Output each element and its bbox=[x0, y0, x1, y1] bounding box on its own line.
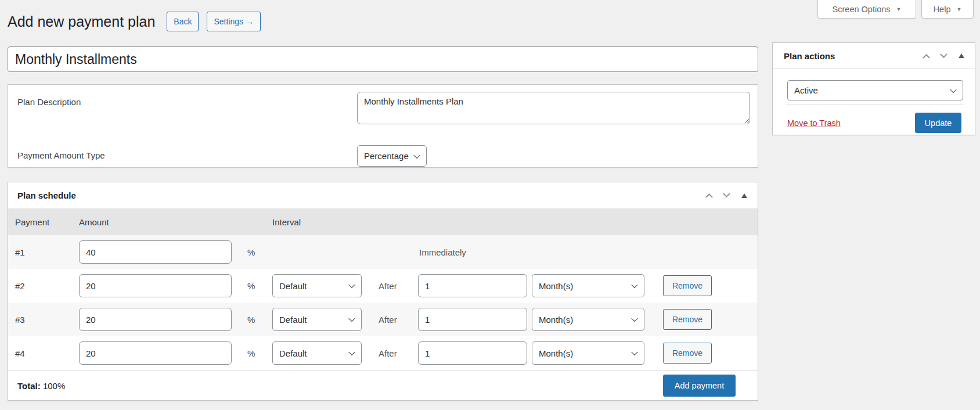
amount-input[interactable] bbox=[79, 308, 232, 331]
interval-unit-value: Month(s) bbox=[539, 348, 573, 358]
plan-actions-body: Active bbox=[773, 69, 975, 100]
percent-sign: % bbox=[247, 315, 272, 325]
add-payment-button[interactable]: Add payment bbox=[663, 375, 736, 397]
schedule-table-header: Payment Amount Interval bbox=[8, 209, 758, 235]
interval-unit-select[interactable]: Month(s) bbox=[532, 341, 644, 365]
table-row: #1 % Immediately bbox=[8, 235, 758, 269]
amount-input[interactable] bbox=[79, 240, 232, 264]
admin-page: Screen Options ▼ Help ▼ Add new payment … bbox=[0, 0, 980, 410]
move-down-icon[interactable] bbox=[940, 51, 947, 58]
payment-number: #1 bbox=[8, 247, 79, 257]
plan-schedule-header: Plan schedule bbox=[8, 182, 758, 209]
remove-button[interactable]: Remove bbox=[663, 309, 712, 330]
plan-schedule-panel: Plan schedule Payment Amount Interval #1… bbox=[8, 182, 758, 401]
payment-number: #4 bbox=[8, 348, 79, 358]
plan-actions-title: Plan actions bbox=[784, 51, 835, 61]
total-value: 100% bbox=[43, 381, 65, 391]
interval-unit-select[interactable]: Month(s) bbox=[532, 308, 644, 331]
move-up-icon[interactable] bbox=[705, 193, 713, 201]
interval-type-value: Default bbox=[279, 348, 307, 358]
column-header-interval: Interval bbox=[272, 217, 301, 227]
back-button[interactable]: Back bbox=[167, 12, 199, 31]
caret-down-icon: ▼ bbox=[896, 6, 902, 12]
chevron-down-icon bbox=[413, 152, 420, 158]
plan-details-panel: Plan Description Monthly Installments Pl… bbox=[8, 84, 758, 168]
payment-number: #2 bbox=[8, 281, 79, 291]
amount-type-select[interactable]: Percentage bbox=[357, 145, 427, 167]
move-to-trash-link[interactable]: Move to Trash bbox=[787, 118, 841, 128]
move-up-icon[interactable] bbox=[923, 53, 930, 61]
description-row: Plan Description Monthly Installments Pl… bbox=[8, 92, 758, 127]
interval-type-select[interactable]: Default bbox=[272, 308, 362, 331]
table-row: #2 % Default After Month(s) Remove bbox=[8, 269, 758, 303]
description-field-wrap: Monthly Installments Plan bbox=[357, 92, 750, 127]
interval-type-select[interactable]: Default bbox=[272, 341, 362, 365]
screen-options-label: Screen Options bbox=[833, 5, 891, 14]
chevron-down-icon bbox=[348, 282, 355, 288]
settings-button[interactable]: Settings → bbox=[207, 12, 260, 31]
table-row: #4 % Default After Month(s) Remove bbox=[8, 336, 758, 370]
after-amount-input[interactable] bbox=[418, 308, 527, 331]
percent-sign: % bbox=[247, 348, 272, 358]
panel-handle-actions bbox=[924, 53, 967, 59]
collapse-toggle-icon[interactable] bbox=[741, 193, 747, 198]
help-tab[interactable]: Help ▼ bbox=[921, 0, 974, 19]
interval-immediately: Immediately bbox=[272, 247, 466, 257]
column-header-payment: Payment bbox=[8, 217, 79, 227]
panel-handle-actions bbox=[707, 193, 750, 198]
percent-sign: % bbox=[247, 247, 272, 257]
after-label: After bbox=[379, 315, 418, 325]
status-value: Active bbox=[794, 85, 818, 95]
interval-type-value: Default bbox=[279, 315, 307, 325]
after-label: After bbox=[379, 348, 418, 358]
screen-options-tab[interactable]: Screen Options ▼ bbox=[817, 0, 916, 19]
after-amount-input[interactable] bbox=[418, 274, 527, 297]
collapse-toggle-icon[interactable] bbox=[959, 53, 964, 58]
after-label: After bbox=[379, 281, 418, 291]
interval-unit-value: Month(s) bbox=[539, 315, 573, 325]
plan-actions-panel: Plan actions Active Move to Trash Update bbox=[772, 42, 975, 135]
interval-unit-value: Month(s) bbox=[539, 281, 573, 291]
amount-type-value: Percentage bbox=[364, 151, 409, 161]
amount-type-label: Payment Amount Type bbox=[8, 145, 357, 167]
percent-sign: % bbox=[247, 281, 272, 291]
publishing-actions: Move to Trash Update bbox=[773, 105, 975, 133]
description-label: Plan Description bbox=[8, 92, 357, 127]
caret-down-icon: ▼ bbox=[956, 6, 961, 12]
chevron-down-icon bbox=[631, 315, 637, 322]
chevron-down-icon bbox=[631, 349, 637, 355]
amount-input[interactable] bbox=[79, 274, 232, 297]
update-button[interactable]: Update bbox=[915, 113, 961, 133]
chevron-down-icon bbox=[348, 315, 355, 322]
screen-meta-links: Screen Options ▼ Help ▼ bbox=[817, 0, 974, 19]
table-row: #3 % Default After Month(s) Remove bbox=[8, 303, 758, 336]
amount-input[interactable] bbox=[79, 341, 232, 365]
remove-button[interactable]: Remove bbox=[663, 343, 712, 364]
column-header-amount: Amount bbox=[79, 217, 272, 227]
interval-unit-select[interactable]: Month(s) bbox=[532, 274, 644, 297]
description-textarea[interactable]: Monthly Installments Plan bbox=[357, 92, 750, 124]
page-title: Add new payment plan bbox=[8, 12, 155, 31]
status-select[interactable]: Active bbox=[787, 80, 963, 100]
total-text: Total: 100% bbox=[17, 381, 65, 391]
move-down-icon[interactable] bbox=[723, 190, 730, 197]
schedule-table-footer: Total: 100% Add payment bbox=[8, 370, 758, 401]
after-amount-input[interactable] bbox=[418, 341, 527, 365]
plan-title-input[interactable] bbox=[8, 46, 758, 72]
chevron-down-icon bbox=[950, 86, 956, 92]
chevron-down-icon bbox=[631, 282, 637, 288]
remove-button[interactable]: Remove bbox=[663, 275, 712, 296]
amount-type-row: Payment Amount Type Percentage bbox=[8, 145, 758, 167]
interval-type-value: Default bbox=[279, 281, 307, 291]
help-label: Help bbox=[934, 5, 951, 14]
total-label: Total: bbox=[17, 381, 41, 391]
payment-number: #3 bbox=[8, 315, 79, 325]
plan-actions-header: Plan actions bbox=[773, 43, 975, 69]
plan-schedule-title: Plan schedule bbox=[17, 190, 76, 200]
page-headline: Add new payment plan Back Settings → bbox=[8, 12, 269, 31]
chevron-down-icon bbox=[348, 349, 355, 355]
interval-type-select[interactable]: Default bbox=[272, 274, 362, 297]
